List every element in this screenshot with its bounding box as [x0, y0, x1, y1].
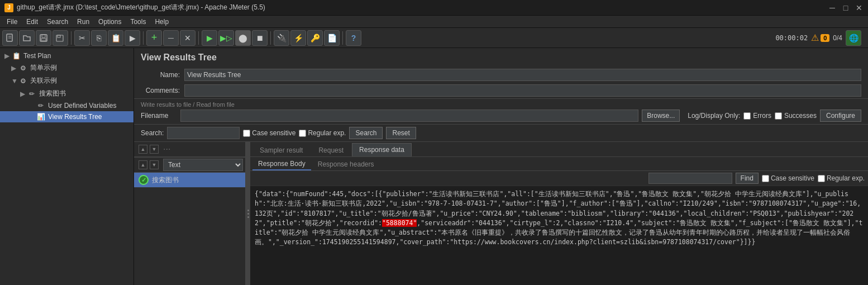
save-all-button[interactable] — [53, 30, 68, 46]
tree-item-related[interactable]: ▼ ⚙ 关联示例 — [0, 74, 133, 87]
result-entry-search-book[interactable]: ✓ 搜索图书 — [134, 173, 245, 188]
errors-checkbox[interactable] — [743, 112, 751, 120]
cut-button[interactable]: ✂ — [74, 30, 90, 46]
maximize-button[interactable]: □ — [841, 3, 850, 12]
menu-search[interactable]: Search — [42, 17, 73, 27]
close-button[interactable]: ✕ — [855, 3, 864, 12]
tree-item-view-results[interactable]: 📊 View Results Tree — [0, 111, 133, 122]
test-plan-icon: 📋 — [11, 52, 21, 60]
find-input[interactable] — [648, 173, 732, 184]
errors-checkbox-wrap: Errors — [743, 112, 771, 120]
name-row: Name: — [134, 67, 868, 83]
format-section-divider: ▲ ▼ — [136, 159, 161, 170]
expand-button[interactable]: ▶ — [125, 30, 140, 46]
filename-label: Filename — [141, 112, 177, 120]
toolbar: ✂ ⎘ 📋 ▶ + ─ ✕ ▶ ▶▷ ⬤ ⏹ 🔌 ⚡ 🔑 📄 ? 00:00:0… — [0, 28, 868, 48]
search-button[interactable]: Search — [349, 127, 383, 139]
collapse-format-btn[interactable]: ▲ — [139, 160, 147, 169]
tab-sampler-result[interactable]: Sampler result — [252, 144, 310, 156]
copy-button[interactable]: ⎘ — [91, 30, 107, 46]
save-button[interactable] — [36, 30, 51, 46]
subtab-response-headers[interactable]: Response headers — [312, 159, 380, 170]
menu-run[interactable]: Run — [73, 17, 94, 27]
shutdown-button[interactable]: ⏹ — [252, 30, 268, 46]
comments-input[interactable] — [184, 84, 861, 97]
add-button[interactable]: + — [146, 30, 162, 46]
case-sensitive-check: Case sensitive — [243, 129, 295, 137]
help-button[interactable]: ? — [346, 30, 361, 46]
case-sensitive-checkbox[interactable] — [243, 130, 250, 137]
simple-icon: ⚙ — [18, 64, 28, 72]
menu-edit[interactable]: Edit — [22, 17, 42, 27]
reset-button[interactable]: Reset — [386, 127, 416, 139]
title-bar: J githup_get请求.jmx (D:\test_code\Jmeter\… — [0, 0, 868, 16]
run-button[interactable]: ▶ — [202, 30, 217, 46]
remote-status-button[interactable]: 🌐 — [846, 30, 861, 46]
menu-file[interactable]: File — [2, 17, 22, 27]
remote-stop-button[interactable]: ⚡ — [290, 30, 306, 46]
result-entries: ✓ 搜索图书 — [134, 173, 245, 285]
toolbar-sep-1 — [71, 31, 71, 45]
clear-button[interactable]: ✕ — [180, 30, 195, 46]
configure-button[interactable]: Configure — [820, 110, 861, 122]
successes-checkbox[interactable] — [775, 112, 782, 120]
tree-item-user-vars[interactable]: ✏ User Defined Variables — [0, 100, 133, 111]
tree-item-test-plan[interactable]: ▶ 📋 Test Plan — [0, 50, 133, 61]
run-selected-button[interactable]: ▶▷ — [218, 30, 234, 46]
window-controls: ─ □ ✕ — [828, 3, 864, 12]
menu-bar: File Edit Search Run Options Tools Help — [0, 16, 868, 28]
minimize-button[interactable]: ─ — [828, 3, 837, 12]
format-toolbar: ▲ ▼ Text — [134, 157, 245, 173]
regex-check: Regular exp. — [299, 129, 346, 137]
paste-button[interactable]: 📋 — [108, 30, 123, 46]
expand-format-btn[interactable]: ▼ — [150, 160, 159, 169]
related-label: 关联示例 — [30, 76, 57, 86]
browse-button[interactable]: Browse... — [642, 110, 680, 122]
find-case-checkbox[interactable] — [762, 175, 769, 182]
menu-options[interactable]: Options — [94, 17, 126, 27]
search-input[interactable] — [167, 127, 240, 139]
detail-tabs: Sampler result Request Response data — [250, 142, 868, 157]
panel-title: View Results Tree — [134, 48, 868, 67]
name-input[interactable] — [184, 69, 861, 81]
test-plan-label: Test Plan — [23, 52, 51, 60]
filename-input[interactable] — [180, 110, 638, 122]
resizer-dot-3 — [247, 216, 249, 218]
search-book-icon: ✏ — [27, 90, 37, 98]
new-button[interactable] — [2, 30, 18, 46]
regex-checkbox[interactable] — [299, 130, 306, 137]
toolbar-sep-4 — [270, 31, 271, 45]
toolbar-sep-3 — [198, 31, 199, 45]
entry-status-icon: ✓ — [139, 175, 149, 185]
remove-button[interactable]: ─ — [163, 30, 179, 46]
arrow-test-plan: ▶ — [4, 52, 11, 60]
result-section: ▲ ▼ ··· ▲ ▼ Text — [134, 142, 868, 285]
remote-start-button[interactable]: 🔌 — [274, 30, 289, 46]
menu-tools[interactable]: Tools — [126, 17, 150, 27]
find-button[interactable]: Find — [736, 173, 759, 184]
search-book-label: 搜索图书 — [39, 89, 66, 98]
tab-request[interactable]: Request — [311, 144, 351, 156]
menu-help[interactable]: Help — [150, 17, 173, 27]
tab-response-data[interactable]: Response data — [352, 143, 412, 156]
remote-shutdown-button[interactable]: 🔑 — [307, 30, 323, 46]
user-vars-label: User Defined Variables — [48, 102, 117, 110]
resizer[interactable] — [246, 142, 250, 285]
response-highlight: "5888074" — [382, 219, 417, 227]
find-case-label: Case sensitive — [771, 174, 814, 182]
tree-item-simple[interactable]: ▶ ⚙ 简单示例 — [0, 61, 133, 74]
open-button[interactable] — [19, 30, 35, 46]
response-body[interactable]: {"data":{"numFound":445,"docs":[{"publis… — [250, 186, 868, 285]
template-button[interactable]: 📄 — [324, 30, 340, 46]
stop-button[interactable]: ⬤ — [235, 30, 251, 46]
right-panel: View Results Tree Name: Comments: Write … — [134, 48, 868, 285]
format-select[interactable]: Text — [163, 159, 243, 171]
timer-display: 00:00:02 — [775, 34, 808, 42]
subtab-response-body[interactable]: Response Body — [252, 158, 311, 170]
expand-list-btn[interactable]: ▼ — [150, 145, 159, 154]
svg-rect-5 — [41, 39, 46, 41]
resizer-dot-1 — [247, 210, 249, 211]
tree-item-search-book[interactable]: ▶ ✏ 搜索图书 — [0, 87, 133, 100]
find-regex-checkbox[interactable] — [818, 175, 825, 182]
collapse-btn[interactable]: ▲ — [139, 145, 147, 154]
